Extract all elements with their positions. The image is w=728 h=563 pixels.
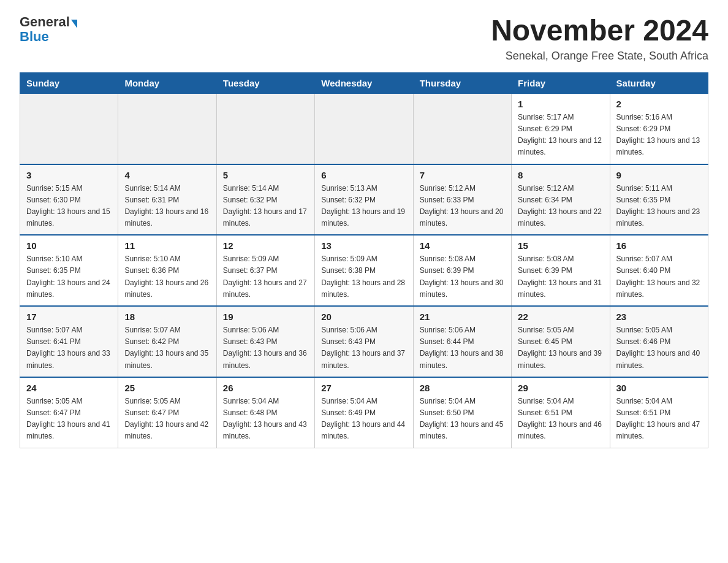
day-number: 9 (616, 170, 702, 180)
day-info: Sunrise: 5:05 AMSunset: 6:47 PMDaylight:… (26, 396, 112, 443)
month-title: November 2024 (491, 15, 708, 47)
week-row-4: 17Sunrise: 5:07 AMSunset: 6:41 PMDayligh… (20, 306, 708, 377)
day-info: Sunrise: 5:07 AMSunset: 6:41 PMDaylight:… (26, 324, 112, 372)
day-number: 15 (518, 240, 603, 251)
cell-week2-day2: 4Sunrise: 5:14 AMSunset: 6:31 PMDaylight… (118, 164, 216, 236)
day-info: Sunrise: 5:08 AMSunset: 6:39 PMDaylight:… (420, 253, 505, 301)
day-info: Sunrise: 5:06 AMSunset: 6:43 PMDaylight:… (223, 324, 308, 372)
week-row-1: 1Sunrise: 5:17 AMSunset: 6:29 PMDaylight… (20, 93, 708, 164)
col-header-sunday: Sunday (20, 72, 118, 93)
title-area: November 2024 Senekal, Orange Free State… (491, 15, 708, 63)
day-number: 14 (420, 240, 505, 251)
header: General Blue November 2024 Senekal, Oran… (20, 15, 708, 63)
day-number: 17 (26, 312, 112, 322)
week-row-3: 10Sunrise: 5:10 AMSunset: 6:35 PMDayligh… (20, 235, 708, 306)
day-number: 24 (26, 383, 112, 393)
col-header-friday: Friday (512, 72, 610, 93)
day-number: 30 (616, 383, 702, 393)
day-info: Sunrise: 5:05 AMSunset: 6:47 PMDaylight:… (124, 396, 210, 443)
logo-triangle-icon (71, 20, 77, 28)
day-info: Sunrise: 5:17 AMSunset: 6:29 PMDaylight:… (518, 112, 603, 159)
day-info: Sunrise: 5:16 AMSunset: 6:29 PMDaylight:… (616, 112, 702, 159)
cell-week3-day2: 11Sunrise: 5:10 AMSunset: 6:36 PMDayligh… (118, 235, 216, 306)
day-number: 21 (420, 312, 505, 322)
cell-week4-day3: 19Sunrise: 5:06 AMSunset: 6:43 PMDayligh… (216, 306, 314, 377)
day-number: 28 (420, 383, 505, 393)
cell-week5-day5: 28Sunrise: 5:04 AMSunset: 6:50 PMDayligh… (413, 377, 511, 448)
cell-week4-day4: 20Sunrise: 5:06 AMSunset: 6:43 PMDayligh… (315, 306, 413, 377)
cell-week1-day3 (216, 93, 314, 164)
cell-week2-day4: 6Sunrise: 5:13 AMSunset: 6:32 PMDaylight… (315, 164, 413, 236)
day-info: Sunrise: 5:10 AMSunset: 6:36 PMDaylight:… (124, 253, 210, 301)
day-number: 3 (26, 170, 112, 180)
day-number: 19 (223, 312, 308, 322)
day-number: 7 (420, 170, 505, 180)
cell-week3-day4: 13Sunrise: 5:09 AMSunset: 6:38 PMDayligh… (315, 235, 413, 306)
day-number: 4 (124, 170, 210, 180)
col-header-thursday: Thursday (413, 72, 511, 93)
logo-general-line: General (20, 15, 77, 29)
day-number: 10 (26, 240, 112, 251)
logo-blue-text: Blue (20, 29, 49, 44)
day-info: Sunrise: 5:04 AMSunset: 6:50 PMDaylight:… (420, 396, 505, 443)
day-number: 18 (124, 312, 210, 322)
day-info: Sunrise: 5:12 AMSunset: 6:34 PMDaylight:… (518, 183, 603, 230)
logo-blue-line: Blue (20, 29, 49, 44)
day-info: Sunrise: 5:05 AMSunset: 6:45 PMDaylight:… (518, 324, 603, 372)
day-info: Sunrise: 5:05 AMSunset: 6:46 PMDaylight:… (616, 324, 702, 372)
cell-week5-day1: 24Sunrise: 5:05 AMSunset: 6:47 PMDayligh… (20, 377, 118, 448)
day-number: 11 (124, 240, 210, 251)
day-number: 29 (518, 383, 603, 393)
week-row-2: 3Sunrise: 5:15 AMSunset: 6:30 PMDaylight… (20, 164, 708, 236)
day-number: 5 (223, 170, 308, 180)
cell-week1-day2 (118, 93, 216, 164)
cell-week3-day6: 15Sunrise: 5:08 AMSunset: 6:39 PMDayligh… (512, 235, 610, 306)
day-number: 6 (321, 170, 406, 180)
cell-week3-day3: 12Sunrise: 5:09 AMSunset: 6:37 PMDayligh… (216, 235, 314, 306)
cell-week2-day5: 7Sunrise: 5:12 AMSunset: 6:33 PMDaylight… (413, 164, 511, 236)
day-info: Sunrise: 5:14 AMSunset: 6:32 PMDaylight:… (223, 183, 308, 230)
day-info: Sunrise: 5:10 AMSunset: 6:35 PMDaylight:… (26, 253, 112, 301)
day-number: 22 (518, 312, 603, 322)
cell-week3-day5: 14Sunrise: 5:08 AMSunset: 6:39 PMDayligh… (413, 235, 511, 306)
cell-week5-day2: 25Sunrise: 5:05 AMSunset: 6:47 PMDayligh… (118, 377, 216, 448)
cell-week2-day6: 8Sunrise: 5:12 AMSunset: 6:34 PMDaylight… (512, 164, 610, 236)
day-info: Sunrise: 5:07 AMSunset: 6:40 PMDaylight:… (616, 253, 702, 301)
col-header-monday: Monday (118, 72, 216, 93)
day-info: Sunrise: 5:04 AMSunset: 6:51 PMDaylight:… (616, 396, 702, 443)
col-header-wednesday: Wednesday (315, 72, 413, 93)
day-info: Sunrise: 5:04 AMSunset: 6:48 PMDaylight:… (223, 396, 308, 443)
day-info: Sunrise: 5:04 AMSunset: 6:51 PMDaylight:… (518, 396, 603, 443)
day-info: Sunrise: 5:11 AMSunset: 6:35 PMDaylight:… (616, 183, 702, 230)
cell-week2-day7: 9Sunrise: 5:11 AMSunset: 6:35 PMDaylight… (610, 164, 708, 236)
day-info: Sunrise: 5:06 AMSunset: 6:43 PMDaylight:… (321, 324, 406, 372)
calendar-table: Sunday Monday Tuesday Wednesday Thursday… (20, 72, 708, 448)
cell-week4-day2: 18Sunrise: 5:07 AMSunset: 6:42 PMDayligh… (118, 306, 216, 377)
cell-week1-day7: 2Sunrise: 5:16 AMSunset: 6:29 PMDaylight… (610, 93, 708, 164)
cell-week1-day4 (315, 93, 413, 164)
day-info: Sunrise: 5:09 AMSunset: 6:37 PMDaylight:… (223, 253, 308, 301)
day-info: Sunrise: 5:13 AMSunset: 6:32 PMDaylight:… (321, 183, 406, 230)
cell-week4-day1: 17Sunrise: 5:07 AMSunset: 6:41 PMDayligh… (20, 306, 118, 377)
location-subtitle: Senekal, Orange Free State, South Africa (491, 50, 708, 63)
cell-week4-day6: 22Sunrise: 5:05 AMSunset: 6:45 PMDayligh… (512, 306, 610, 377)
header-row: Sunday Monday Tuesday Wednesday Thursday… (20, 72, 708, 93)
cell-week2-day3: 5Sunrise: 5:14 AMSunset: 6:32 PMDaylight… (216, 164, 314, 236)
cell-week3-day1: 10Sunrise: 5:10 AMSunset: 6:35 PMDayligh… (20, 235, 118, 306)
day-number: 8 (518, 170, 603, 180)
cell-week5-day3: 26Sunrise: 5:04 AMSunset: 6:48 PMDayligh… (216, 377, 314, 448)
day-number: 2 (616, 99, 702, 109)
day-number: 13 (321, 240, 406, 251)
logo-general-text: General (20, 14, 70, 29)
logo: General Blue (20, 15, 77, 44)
cell-week5-day6: 29Sunrise: 5:04 AMSunset: 6:51 PMDayligh… (512, 377, 610, 448)
cell-week3-day7: 16Sunrise: 5:07 AMSunset: 6:40 PMDayligh… (610, 235, 708, 306)
cell-week4-day7: 23Sunrise: 5:05 AMSunset: 6:46 PMDayligh… (610, 306, 708, 377)
day-info: Sunrise: 5:09 AMSunset: 6:38 PMDaylight:… (321, 253, 406, 301)
col-header-saturday: Saturday (610, 72, 708, 93)
cell-week1-day6: 1Sunrise: 5:17 AMSunset: 6:29 PMDaylight… (512, 93, 610, 164)
day-info: Sunrise: 5:14 AMSunset: 6:31 PMDaylight:… (124, 183, 210, 230)
week-row-5: 24Sunrise: 5:05 AMSunset: 6:47 PMDayligh… (20, 377, 708, 448)
cell-week5-day4: 27Sunrise: 5:04 AMSunset: 6:49 PMDayligh… (315, 377, 413, 448)
day-info: Sunrise: 5:12 AMSunset: 6:33 PMDaylight:… (420, 183, 505, 230)
